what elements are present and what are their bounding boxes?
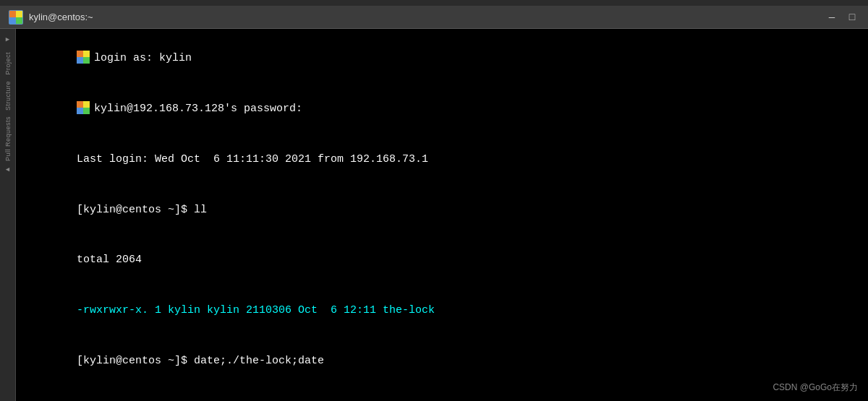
sidebar-icon-bottom[interactable]: ◀: [1, 163, 15, 177]
terminal-line-password: kylin@192.168.73.128's password:: [25, 84, 859, 134]
password-text: kylin@192.168.73.128's password:: [94, 103, 302, 115]
terminal-line-prompt-date: [kylin@centos ~]$ date;./the-lock;date: [25, 336, 859, 387]
total-text: total 2064: [77, 254, 142, 266]
terminal-line-login-as: login as: kylin: [25, 33, 859, 84]
sidebar-label-structure[interactable]: Structure: [4, 81, 12, 111]
sidebar-label-pullrequests[interactable]: Pull Requests: [4, 116, 12, 161]
prompt-ll-text: [kylin@centos ~]$ ll: [77, 204, 207, 216]
terminal-line-date-output: Wed Oct 6 13:12:24 CST 2021: [25, 386, 859, 401]
terminal-line-last-login: Last login: Wed Oct 6 11:11:30 2021 from…: [25, 134, 859, 185]
putty-icon-1: [77, 51, 90, 64]
login-as-text: login as: kylin: [94, 52, 192, 64]
terminal-app-icon: [9, 10, 23, 25]
terminal-line-prompt-ll: [kylin@centos ~]$ ll: [25, 184, 859, 235]
titlebar-left: kylin@centos:~: [9, 10, 93, 25]
titlebar-controls: — □: [825, 12, 859, 23]
left-sidebar: ▶ Project Structure Pull Requests ◀: [0, 29, 16, 401]
watermark: CSDN @GoGo在努力: [773, 381, 858, 394]
app-window: kylin@centos:~ — □ ▶ Project Structure P…: [0, 0, 868, 401]
last-login-text: Last login: Wed Oct 6 11:11:30 2021 from…: [77, 153, 428, 165]
sidebar-icon-1[interactable]: ▶: [1, 32, 15, 46]
terminal-line-total: total 2064: [25, 235, 859, 285]
terminal-title: kylin@centos:~: [29, 12, 93, 22]
maximize-button[interactable]: □: [845, 12, 859, 23]
terminal-line-file-listing: -rwxrwxr-x. 1 kylin kylin 2110306 Oct 6 …: [25, 285, 859, 336]
putty-icon-2: [77, 101, 90, 114]
terminal-titlebar: kylin@centos:~ — □: [0, 6, 868, 29]
app-topbar: [0, 0, 868, 6]
prompt-date-text: [kylin@centos ~]$ date;./the-lock;date: [77, 355, 324, 367]
sidebar-label-project[interactable]: Project: [4, 52, 12, 75]
file-listing-text: -rwxrwxr-x. 1 kylin kylin 2110306 Oct 6 …: [77, 304, 435, 316]
minimize-button[interactable]: —: [825, 12, 839, 23]
main-layout: ▶ Project Structure Pull Requests ◀ logi…: [0, 29, 868, 401]
terminal-area[interactable]: login as: kylin kylin@192.168.73.128's p…: [16, 29, 868, 401]
